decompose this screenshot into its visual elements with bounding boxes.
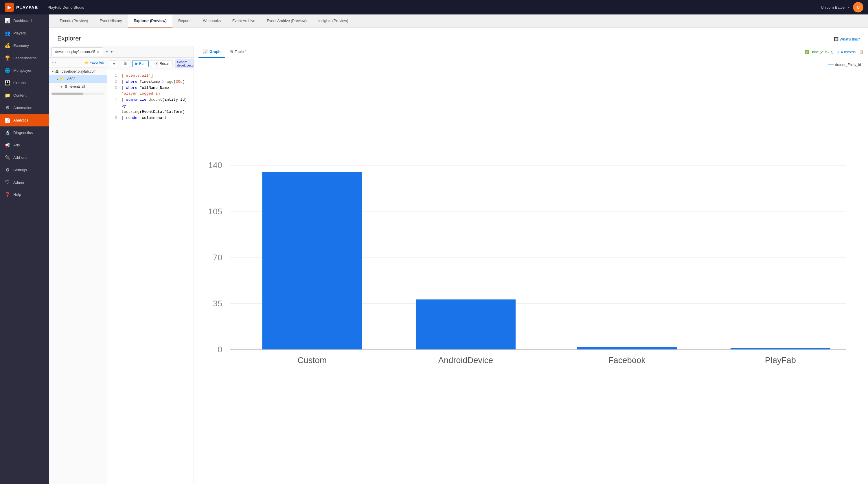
- code-line-2: 2| where Timestamp > ago(30d): [107, 79, 193, 85]
- sidebar-item-leaderboards[interactable]: 🏆 Leaderboards: [0, 52, 49, 64]
- sidebar-icon-content: 📁: [5, 93, 10, 98]
- sidebar-label-dashboard: Dashboard: [13, 19, 32, 23]
- graph-tab[interactable]: 📈 Graph: [198, 46, 225, 58]
- sidebar-icon-economy: 💰: [5, 43, 10, 48]
- svg-text:Facebook: Facebook: [609, 356, 646, 365]
- tree-item-a5f3[interactable]: ▾ 📁 A5F3: [49, 75, 107, 83]
- copy-icon[interactable]: 📋: [859, 50, 863, 54]
- svg-text:AndroidDevice: AndroidDevice: [438, 356, 493, 365]
- sidebar-item-economy[interactable]: 💰 Economy: [0, 39, 49, 52]
- logo-text: PLAYFAB: [16, 5, 38, 10]
- format-icon: ⊞: [124, 62, 127, 66]
- bar-custom[interactable]: [262, 172, 362, 350]
- sidebar-item-admin[interactable]: 🛡 Admin: [0, 176, 49, 188]
- tab-explorer[interactable]: Explorer (Preview): [128, 14, 173, 28]
- sidebar-icon-help: ❓: [5, 192, 10, 197]
- topbar: ▶ PLAYFAB PlayFab Demo Studio Unicorn Ba…: [0, 0, 868, 14]
- format-button[interactable]: ⊞: [121, 60, 130, 67]
- tab-event-archive-preview[interactable]: Event Archive (Preview): [261, 14, 312, 28]
- code-editor[interactable]: 1['events.all']2| where Timestamp > ago(…: [107, 70, 193, 484]
- tree-item-root[interactable]: ▾ 🖧 developer.playfab.com: [49, 68, 107, 75]
- sidebar-item-diagnostics[interactable]: 🔬 Diagnostics: [0, 126, 49, 139]
- editor-toolbar: « ⊞ ▶ Run 🕐 Recall: [107, 58, 193, 70]
- query-tabs-bar: developer.playfab.com.A5 × + ▾: [49, 46, 193, 58]
- sidebar-item-analytics[interactable]: 📈 Analytics: [0, 114, 49, 126]
- main-layout: 📊 Dashboard 👥 Players 💰 Economy 🏆 Leader…: [0, 14, 868, 484]
- token-plain: (Entity_Id): [162, 97, 187, 102]
- query-tab-label: developer.playfab.com.A5: [55, 50, 95, 54]
- token-pipe: |: [122, 79, 126, 84]
- table-tab[interactable]: ⊞ Table 1: [225, 46, 251, 58]
- code-line-3: 3| where FullName_Name == 'player_logged…: [107, 85, 193, 97]
- recall-label: Recall: [160, 62, 169, 66]
- line-num-2: 2: [110, 79, 117, 85]
- token-plain: ): [183, 79, 185, 84]
- bar-playfab[interactable]: [731, 348, 830, 349]
- run-button[interactable]: ▶ Run: [132, 60, 149, 67]
- new-tab-button[interactable]: +: [104, 49, 110, 55]
- line-num-1: 1: [110, 73, 117, 79]
- favorites-button[interactable]: ⭐ Favorites: [84, 61, 104, 65]
- user-dropdown-icon[interactable]: ▾: [848, 6, 849, 9]
- query-tab-close[interactable]: ×: [97, 50, 99, 54]
- tab-dropdown-button[interactable]: ▾: [111, 50, 113, 54]
- sidebar: 📊 Dashboard 👥 Players 💰 Economy 🏆 Leader…: [0, 14, 49, 484]
- bar-androiddevice[interactable]: [416, 299, 516, 349]
- sidebar-item-ads[interactable]: 📢 Ads: [0, 139, 49, 151]
- tree-toolbar: ··· ⭐ Favorites: [49, 58, 107, 68]
- logo: ▶ PLAYFAB: [5, 3, 38, 12]
- recall-button[interactable]: 🕐 Recall: [151, 60, 173, 67]
- tree-hscrollbar[interactable]: [52, 93, 104, 95]
- sidebar-item-multiplayer[interactable]: 🌐 Multiplayer: [0, 64, 49, 77]
- tree-panel: ··· ⭐ Favorites ▾ 🖧 developer.playfab.co…: [49, 58, 107, 484]
- whats-this-link[interactable]: 🔲 What's this?: [834, 37, 860, 41]
- tab-reports[interactable]: Reports: [173, 14, 197, 28]
- tab-event-history[interactable]: Event History: [94, 14, 128, 28]
- sidebar-item-settings[interactable]: ⚙ Settings: [0, 164, 49, 176]
- collapse-button[interactable]: «: [110, 60, 118, 67]
- line-content-5: | render columnchart: [122, 115, 191, 121]
- tab-webhooks[interactable]: Webhooks: [197, 14, 226, 28]
- tree-item-events[interactable]: ▸ ⊞ events.all: [49, 83, 107, 90]
- token-op: summarize: [126, 97, 146, 102]
- bar-facebook[interactable]: [577, 347, 677, 350]
- sidebar-item-add-ons[interactable]: 🔌 Add-ons: [0, 151, 49, 164]
- avatar[interactable]: U: [853, 2, 863, 12]
- sidebar-item-groups[interactable]: 👪 Groups: [0, 77, 49, 89]
- run-icon: ▶: [135, 62, 138, 66]
- right-panel: 📈 Graph ⊞ Table 1 ✅ Done (2.062 s) ⊞: [194, 46, 868, 484]
- content-area: Trends (Preview)Event HistoryExplorer (P…: [49, 14, 868, 484]
- sidebar-label-settings: Settings: [13, 168, 27, 172]
- sidebar-label-admin: Admin: [13, 180, 24, 185]
- sidebar-item-players[interactable]: 👥 Players: [0, 27, 49, 39]
- records-count: 4: [841, 50, 843, 54]
- token-op: by: [122, 103, 126, 108]
- token-plain: FullName_Name: [137, 86, 171, 90]
- tree-label-events: events.all: [70, 85, 85, 89]
- token-op: where: [126, 79, 137, 84]
- token-fn: dcount: [149, 97, 162, 102]
- tab-insights[interactable]: Insights (Preview): [312, 14, 354, 28]
- sidebar-icon-dashboard: 📊: [5, 18, 10, 24]
- sidebar-icon-add-ons: 🔌: [5, 155, 10, 160]
- tab-trends[interactable]: Trends (Preview): [54, 14, 94, 28]
- tab-event-archive[interactable]: Event Archive: [226, 14, 261, 28]
- run-label: Run: [139, 62, 146, 66]
- sidebar-item-content[interactable]: 📁 Content: [0, 89, 49, 101]
- topbar-right: Unicorn Battle ▾ U: [821, 2, 863, 12]
- query-tab-active[interactable]: developer.playfab.com.A5 ×: [52, 47, 103, 56]
- sidebar-item-help[interactable]: ❓ Help: [0, 188, 49, 201]
- tree-menu-button[interactable]: ···: [52, 60, 56, 65]
- user-name: Unicorn Battle: [821, 5, 844, 9]
- sidebar-item-automation[interactable]: ⚙ Automation: [0, 101, 49, 114]
- recall-icon: 🕐: [154, 62, 159, 66]
- result-status: ✅ Done (2.062 s) ⊞ 4 records 📋: [805, 50, 863, 54]
- line-num-5: 5: [110, 115, 117, 121]
- line-content-1: ['events.all']: [122, 73, 191, 79]
- svg-text:140: 140: [208, 161, 222, 170]
- sidebar-item-dashboard[interactable]: 📊 Dashboard: [0, 14, 49, 27]
- token-pipe: |: [122, 86, 126, 90]
- sidebar-label-leaderboards: Leaderboards: [13, 56, 36, 60]
- token-op: ==: [171, 86, 176, 90]
- sidebar-label-economy: Economy: [13, 43, 29, 48]
